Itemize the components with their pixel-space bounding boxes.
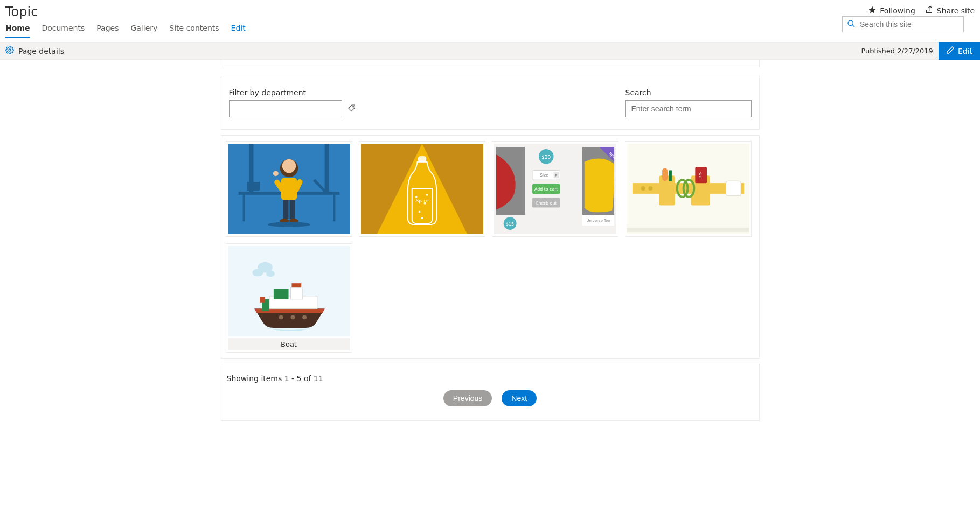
edit-page-button[interactable]: Edit xyxy=(939,42,980,60)
gallery-tile[interactable] xyxy=(226,141,352,237)
svg-point-54 xyxy=(648,186,652,191)
svg-point-16 xyxy=(273,171,278,176)
svg-rect-18 xyxy=(289,200,295,220)
svg-rect-10 xyxy=(247,182,260,191)
svg-rect-55 xyxy=(659,175,675,205)
share-site-button[interactable]: Share site xyxy=(925,5,975,16)
svg-point-27 xyxy=(418,210,420,213)
following-label: Following xyxy=(880,6,915,15)
pager-status: Showing items 1 - 5 of 11 xyxy=(227,374,754,383)
svg-rect-71 xyxy=(273,289,288,299)
illustration-boat xyxy=(228,245,350,337)
share-site-label: Share site xyxy=(937,6,975,15)
svg-point-65 xyxy=(252,269,263,277)
gear-icon xyxy=(5,46,14,56)
illustration-man-office xyxy=(228,143,350,235)
tile-caption: Boat xyxy=(228,338,350,350)
search-label: Search xyxy=(625,88,752,97)
gallery-grid: Space $15 xyxy=(221,135,760,359)
svg-rect-56 xyxy=(662,168,668,181)
filter-department-label: Filter by department xyxy=(229,88,356,97)
pencil-icon xyxy=(946,46,955,56)
previous-button[interactable]: Previous xyxy=(443,390,492,406)
nav-edit[interactable]: Edit xyxy=(231,24,246,38)
filter-panel: Filter by department Search xyxy=(221,76,760,130)
svg-point-67 xyxy=(279,315,283,319)
gallery-tile[interactable]: Space xyxy=(359,141,485,237)
svg-text:Size: Size xyxy=(539,173,548,178)
svg-point-0 xyxy=(848,20,853,25)
star-filled-icon xyxy=(868,5,877,16)
page-details-button[interactable]: Page details xyxy=(5,46,64,56)
site-search-input[interactable] xyxy=(860,20,959,29)
svg-text:$15: $15 xyxy=(506,222,514,227)
svg-rect-50 xyxy=(627,228,749,232)
published-text: Published 2/27/2019 xyxy=(861,47,933,55)
svg-rect-24 xyxy=(418,157,426,162)
illustration-ecommerce: $15 $20 Size Add to cart Check out xyxy=(494,143,616,235)
nav-pages[interactable]: Pages xyxy=(96,24,119,38)
svg-rect-6 xyxy=(324,144,329,192)
gallery-tile[interactable]: Boat xyxy=(226,243,352,353)
svg-point-69 xyxy=(302,315,307,319)
top-nav: Home Documents Pages Gallery Site conten… xyxy=(5,20,868,38)
pager-panel: Showing items 1 - 5 of 11 Previous Next xyxy=(221,364,760,421)
svg-line-1 xyxy=(852,25,854,27)
svg-text:Universe Tee: Universe Tee xyxy=(586,219,610,223)
edit-page-label: Edit xyxy=(958,47,972,55)
illustration-soda-bottle: Space xyxy=(361,143,483,235)
svg-rect-52 xyxy=(726,181,741,196)
svg-rect-17 xyxy=(283,200,288,220)
svg-point-2 xyxy=(9,49,11,51)
svg-rect-72 xyxy=(290,287,302,299)
webpart-placeholder xyxy=(221,60,760,67)
svg-rect-57 xyxy=(668,170,671,181)
svg-rect-8 xyxy=(242,195,245,221)
command-bar: Page details Published 2/27/2019 Edit xyxy=(0,42,980,60)
site-search[interactable] xyxy=(842,16,964,32)
gallery-search-input[interactable] xyxy=(625,100,752,117)
tag-icon xyxy=(347,106,356,114)
nav-gallery[interactable]: Gallery xyxy=(130,24,157,38)
site-title: Topic xyxy=(5,4,868,19)
nav-documents[interactable]: Documents xyxy=(41,24,85,38)
department-tag-input[interactable] xyxy=(229,100,342,117)
svg-point-53 xyxy=(641,186,645,191)
svg-rect-73 xyxy=(291,283,301,287)
svg-rect-75 xyxy=(260,297,265,303)
svg-point-68 xyxy=(290,315,295,319)
svg-point-28 xyxy=(426,194,428,196)
gallery-tile[interactable]: Skill xyxy=(625,141,752,237)
next-button[interactable]: Next xyxy=(502,390,537,406)
following-button[interactable]: Following xyxy=(868,5,915,16)
svg-rect-9 xyxy=(333,195,335,221)
svg-text:Check out: Check out xyxy=(535,201,557,206)
page-details-label: Page details xyxy=(18,47,64,55)
svg-text:$20: $20 xyxy=(541,154,551,160)
illustration-utility-belt: Skill xyxy=(627,143,749,235)
svg-point-66 xyxy=(266,271,275,277)
share-icon xyxy=(925,5,934,16)
svg-point-3 xyxy=(352,106,353,107)
svg-point-21 xyxy=(268,222,310,227)
svg-text:Space: Space xyxy=(415,198,428,203)
gallery-tile[interactable]: $15 $20 Size Add to cart Check out xyxy=(492,141,618,237)
svg-point-29 xyxy=(421,217,423,219)
nav-home[interactable]: Home xyxy=(5,24,30,38)
search-icon xyxy=(847,19,856,30)
nav-site-contents[interactable]: Site contents xyxy=(169,24,219,38)
svg-text:Skill: Skill xyxy=(698,172,701,178)
svg-text:Add to cart: Add to cart xyxy=(534,187,558,192)
clear-filter-button[interactable] xyxy=(347,104,356,114)
